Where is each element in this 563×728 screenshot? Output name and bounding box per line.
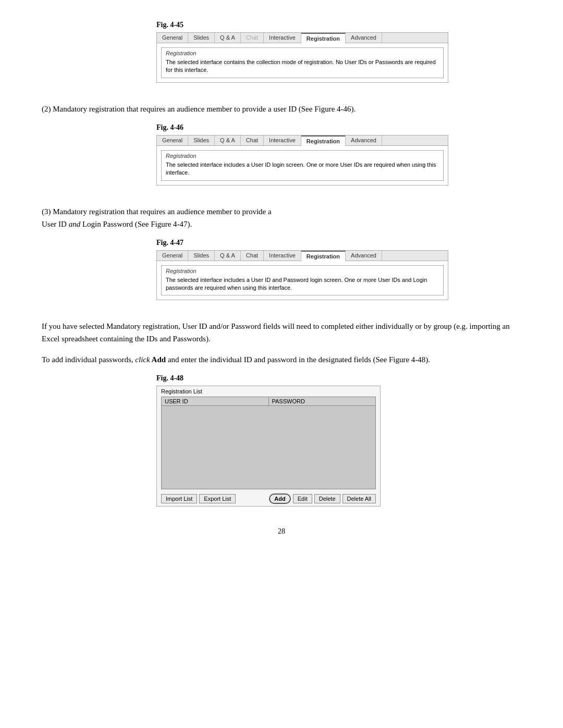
fig45-tab-widget: General Slides Q & A Chat Interactive Re…	[156, 32, 448, 83]
para4-start: To add individual passwords,	[42, 355, 135, 364]
para2-start: (3) Mandatory registration that requires…	[42, 207, 272, 216]
fig45-tab-slides[interactable]: Slides	[188, 33, 215, 43]
add-button[interactable]: Add	[269, 493, 290, 504]
figure-45-wrapper: Fig. 4-45 General Slides Q & A Chat Inte…	[42, 21, 521, 92]
fig46-tab-chat[interactable]: Chat	[241, 135, 264, 145]
fig47-tab-advanced[interactable]: Advanced	[346, 251, 382, 261]
fig47-tab-chat[interactable]: Chat	[241, 251, 264, 261]
para4-bold: Add	[150, 355, 166, 364]
paragraph-3: If you have selected Mandatory registrat…	[42, 320, 521, 345]
page-number: 28	[42, 527, 521, 536]
fig48-reg-list: Registration List USER ID PASSWORD Impor…	[156, 386, 381, 507]
fig47-reg-group: Registration The selected interface incl…	[161, 265, 444, 296]
fig48-title: Registration List	[157, 386, 380, 397]
fig47-tab-qa[interactable]: Q & A	[215, 251, 241, 261]
fig45-reg-label: Registration	[166, 50, 439, 56]
fig47-tab-registration[interactable]: Registration	[301, 251, 346, 261]
fig46-tab-advanced[interactable]: Advanced	[346, 135, 382, 145]
fig47-label: Fig. 4-47	[156, 239, 521, 247]
fig45-reg-group: Registration The selected interface cont…	[161, 47, 444, 78]
figure-47-wrapper: Fig. 4-47 General Slides Q & A Chat Inte…	[42, 239, 521, 310]
fig45-label: Fig. 4-45	[156, 21, 521, 29]
fig45-tab-registration[interactable]: Registration	[301, 33, 346, 43]
fig47-tab-bar: General Slides Q & A Chat Interactive Re…	[157, 251, 448, 261]
col-password: PASSWORD	[268, 397, 376, 406]
para2-italic: and	[69, 220, 81, 228]
export-list-button[interactable]: Export List	[199, 494, 236, 503]
figure-46-wrapper: Fig. 4-46 General Slides Q & A Chat Inte…	[42, 124, 521, 195]
col-userid: USER ID	[162, 397, 269, 406]
fig48-footer: Import List Export List Add Edit Delete …	[157, 491, 380, 506]
para2-mid: User ID	[42, 220, 69, 228]
fig45-tab-content: Registration The selected interface cont…	[157, 43, 448, 82]
fig45-tab-interactive[interactable]: Interactive	[264, 33, 301, 43]
fig46-reg-label: Registration	[166, 153, 439, 159]
reg-list-body-cell	[162, 406, 376, 489]
delete-all-button[interactable]: Delete All	[342, 494, 376, 503]
fig46-label: Fig. 4-46	[156, 124, 521, 132]
fig46-tab-general[interactable]: General	[157, 135, 188, 145]
paragraph-4: To add individual passwords, click Add a…	[42, 353, 521, 366]
para3-text: If you have selected Mandatory registrat…	[42, 320, 521, 345]
fig46-widget: General Slides Q & A Chat Interactive Re…	[156, 135, 448, 186]
fig45-reg-text: The selected interface contains the coll…	[166, 58, 439, 75]
fig46-tab-bar: General Slides Q & A Chat Interactive Re…	[157, 135, 448, 146]
paragraph-1: (2) Mandatory registration that requires…	[42, 103, 521, 115]
fig48-label: Fig. 4-48	[156, 374, 521, 382]
fig46-tab-widget: General Slides Q & A Chat Interactive Re…	[156, 135, 448, 186]
fig45-tab-advanced[interactable]: Advanced	[346, 33, 382, 43]
import-list-button[interactable]: Import List	[161, 494, 197, 503]
fig46-tab-qa[interactable]: Q & A	[215, 135, 241, 145]
fig46-tab-slides[interactable]: Slides	[188, 135, 215, 145]
fig47-tab-general[interactable]: General	[157, 251, 188, 261]
fig45-tab-chat[interactable]: Chat	[241, 33, 264, 43]
fig45-tab-qa[interactable]: Q & A	[215, 33, 241, 43]
para4-end: and enter the individual ID and password…	[166, 355, 430, 364]
fig48-table: USER ID PASSWORD	[161, 397, 376, 489]
delete-button[interactable]: Delete	[314, 494, 340, 503]
para4-text: To add individual passwords, click Add a…	[42, 353, 521, 366]
fig47-reg-label: Registration	[166, 268, 439, 274]
fig47-widget: General Slides Q & A Chat Interactive Re…	[156, 250, 448, 301]
para2-text: (3) Mandatory registration that requires…	[42, 205, 521, 230]
para1-text: (2) Mandatory registration that requires…	[42, 103, 521, 115]
fig45-tab-bar: General Slides Q & A Chat Interactive Re…	[157, 33, 448, 43]
fig46-tab-interactive[interactable]: Interactive	[264, 135, 301, 145]
fig47-reg-text: The selected interface includes a User I…	[166, 276, 439, 292]
fig46-reg-group: Registration The selected interface incl…	[161, 150, 444, 181]
edit-button[interactable]: Edit	[293, 494, 312, 503]
fig47-tab-slides[interactable]: Slides	[188, 251, 215, 261]
fig45-tab-general[interactable]: General	[157, 33, 188, 43]
fig46-reg-text: The selected interface includes a User I…	[166, 161, 439, 177]
para4-italic: click	[135, 355, 150, 364]
fig46-tab-registration[interactable]: Registration	[301, 135, 346, 146]
para2-end: Login Password (See Figure 4-47).	[80, 220, 192, 228]
fig47-tab-content: Registration The selected interface incl…	[157, 261, 448, 300]
paragraph-2: (3) Mandatory registration that requires…	[42, 205, 521, 230]
fig45-widget: General Slides Q & A Chat Interactive Re…	[156, 32, 448, 83]
fig47-tab-interactive[interactable]: Interactive	[264, 251, 301, 261]
fig47-tab-widget: General Slides Q & A Chat Interactive Re…	[156, 250, 448, 301]
figure-48-wrapper: Fig. 4-48 Registration List USER ID PASS…	[42, 374, 521, 507]
fig46-tab-content: Registration The selected interface incl…	[157, 146, 448, 185]
page-content: Fig. 4-45 General Slides Q & A Chat Inte…	[42, 21, 521, 536]
